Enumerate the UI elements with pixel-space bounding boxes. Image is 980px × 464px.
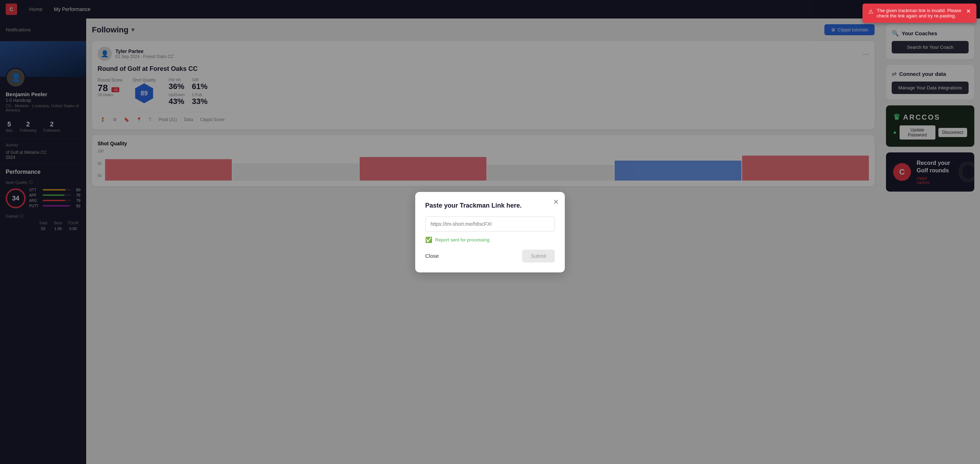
toast-message: The given trackman link is invalid. Plea… (877, 8, 963, 19)
modal-footer: Close Submit (425, 249, 555, 262)
trackman-link-input[interactable] (425, 216, 555, 232)
modal-close-icon[interactable]: ✕ (553, 198, 559, 206)
success-text: Report sent for processing (435, 237, 489, 243)
trackman-modal: Paste your Trackman Link here. ✕ ✅ Repor… (415, 192, 565, 272)
modal-title: Paste your Trackman Link here. (425, 202, 555, 210)
modal-overlay[interactable]: Paste your Trackman Link here. ✕ ✅ Repor… (0, 0, 980, 464)
modal-submit-button[interactable]: Submit (522, 249, 555, 262)
toast-close-button[interactable]: ✕ (966, 8, 971, 14)
modal-close-button[interactable]: Close (425, 250, 439, 262)
check-circle-icon: ✅ (425, 237, 432, 243)
warning-icon: ⚠ (868, 8, 873, 15)
modal-success-message: ✅ Report sent for processing (425, 237, 555, 243)
error-toast: ⚠ The given trackman link is invalid. Pl… (862, 3, 977, 23)
